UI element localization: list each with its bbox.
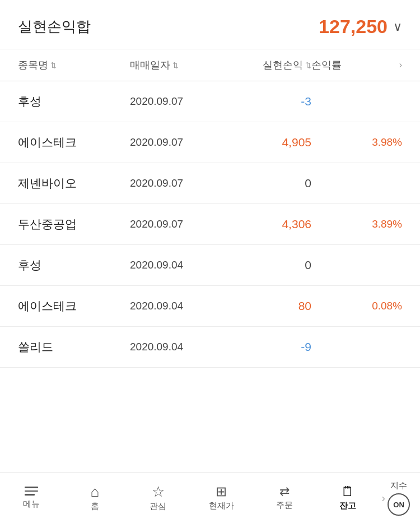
order-icon: ⇄ bbox=[279, 485, 290, 498]
cell-rate: 0.08% bbox=[311, 300, 402, 312]
cell-stock-name: 쏠리드 bbox=[18, 339, 130, 355]
nav-label-balance: 잔고 bbox=[339, 501, 356, 511]
cell-date: 2020.09.07 bbox=[130, 136, 221, 149]
nav-jiisu-section[interactable]: 지수 ON bbox=[388, 480, 420, 516]
menu-icon bbox=[25, 487, 38, 496]
nav-label-order: 주문 bbox=[276, 500, 293, 511]
chart-icon: ⊞ bbox=[216, 485, 227, 498]
table-row[interactable]: 에이스테크 2020.09.07 4,905 3.98% bbox=[0, 122, 420, 163]
header-value-wrap[interactable]: 127,250 ∨ bbox=[319, 16, 402, 38]
cell-profit: 0 bbox=[221, 258, 311, 272]
cell-date: 2020.09.07 bbox=[130, 95, 221, 108]
bottom-nav: 메뉴 ⌂ 홈 ☆ 관심 ⊞ 현재가 ⇄ 주문 🗒 잔고 › 지수 ON bbox=[0, 473, 420, 523]
table-row[interactable]: 두산중공업 2020.09.07 4,306 3.89% bbox=[0, 204, 420, 245]
cell-profit: -9 bbox=[221, 340, 311, 354]
wallet-icon: 🗒 bbox=[341, 485, 354, 498]
cell-date: 2020.09.07 bbox=[130, 177, 221, 189]
nav-label-home: 홈 bbox=[91, 501, 99, 512]
cell-stock-name: 제넨바이오 bbox=[18, 175, 130, 191]
on-badge[interactable]: ON bbox=[388, 493, 410, 516]
cell-stock-name: 에이스테크 bbox=[18, 135, 130, 150]
nav-label-menu: 메뉴 bbox=[23, 499, 40, 510]
cell-profit: 80 bbox=[221, 299, 311, 313]
cell-rate: 3.98% bbox=[311, 136, 402, 149]
jiisu-label: 지수 bbox=[390, 480, 407, 491]
col-head-date[interactable]: 매매일자 ⇅ bbox=[130, 58, 221, 72]
nav-item-watchlist[interactable]: ☆ 관심 bbox=[127, 473, 190, 523]
col-head-name[interactable]: 종목명 ⇅ bbox=[18, 58, 130, 72]
table-header: 종목명 ⇅ 매매일자 ⇅ 실현손익 ⇅ 손익률 › bbox=[0, 49, 420, 81]
table-body: 후성 2020.09.07 -3 에이스테크 2020.09.07 4,905 … bbox=[0, 81, 420, 368]
table-row[interactable]: 쏠리드 2020.09.04 -9 bbox=[0, 327, 420, 368]
cell-profit: 4,905 bbox=[221, 136, 311, 149]
cell-date: 2020.09.04 bbox=[130, 300, 221, 312]
header: 실현손익합 127,250 ∨ bbox=[0, 0, 420, 49]
star-icon: ☆ bbox=[152, 484, 165, 499]
page-title: 실현손익합 bbox=[18, 17, 91, 36]
table-row[interactable]: 제넨바이오 2020.09.07 0 bbox=[0, 163, 420, 204]
cell-date: 2020.09.04 bbox=[130, 259, 221, 271]
table-row[interactable]: 후성 2020.09.04 0 bbox=[0, 245, 420, 286]
cell-stock-name: 에이스테크 bbox=[18, 298, 130, 314]
nav-item-home[interactable]: ⌂ 홈 bbox=[63, 473, 127, 523]
cell-profit: -3 bbox=[221, 95, 311, 108]
cell-date: 2020.09.04 bbox=[130, 341, 221, 353]
nav-label-price: 현재가 bbox=[209, 501, 234, 511]
nav-more-arrow[interactable]: › bbox=[379, 492, 388, 505]
nav-item-menu[interactable]: 메뉴 bbox=[0, 473, 63, 523]
nav-label-watchlist: 관심 bbox=[150, 501, 166, 512]
on-label: ON bbox=[393, 501, 404, 509]
sort-icon-date: ⇅ bbox=[172, 61, 179, 70]
cell-profit: 4,306 bbox=[221, 217, 311, 231]
chevron-down-icon[interactable]: ∨ bbox=[393, 20, 402, 34]
cell-stock-name: 후성 bbox=[18, 257, 130, 273]
table-row[interactable]: 에이스테크 2020.09.04 80 0.08% bbox=[0, 286, 420, 327]
table-row[interactable]: 후성 2020.09.07 -3 bbox=[0, 81, 420, 122]
total-profit-value: 127,250 bbox=[319, 16, 388, 38]
col-head-rate[interactable]: 손익률 › bbox=[311, 58, 402, 72]
cell-stock-name: 두산중공업 bbox=[18, 216, 130, 232]
home-icon: ⌂ bbox=[90, 484, 99, 499]
col-head-profit[interactable]: 실현손익 ⇅ bbox=[221, 58, 311, 72]
nav-item-balance[interactable]: 🗒 잔고 bbox=[316, 473, 379, 523]
nav-item-order[interactable]: ⇄ 주문 bbox=[253, 473, 316, 523]
sort-icon-name: ⇅ bbox=[50, 61, 57, 70]
cell-date: 2020.09.07 bbox=[130, 218, 221, 230]
cell-stock-name: 후성 bbox=[18, 94, 130, 109]
cell-rate: 3.89% bbox=[311, 218, 402, 230]
arrow-right-icon: › bbox=[399, 60, 402, 70]
cell-profit: 0 bbox=[221, 177, 311, 190]
nav-item-price[interactable]: ⊞ 현재가 bbox=[190, 473, 253, 523]
sort-icon-profit: ⇅ bbox=[305, 61, 311, 70]
